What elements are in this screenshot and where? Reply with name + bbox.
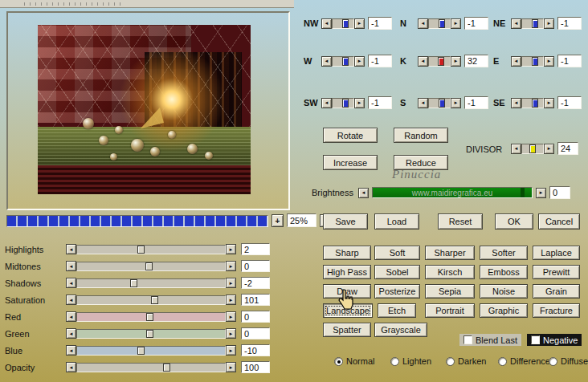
kernel-value[interactable]: -1	[557, 17, 582, 30]
arrow-left-icon[interactable]: ◄	[66, 261, 76, 271]
slider-value[interactable]: -10	[241, 344, 270, 356]
kernel-slider-track[interactable]	[521, 56, 544, 67]
slider-thumb[interactable]	[151, 296, 158, 304]
zoom-in-button[interactable]: +	[272, 214, 284, 227]
arrow-right-icon[interactable]: ►	[226, 328, 236, 339]
arrow-left-icon[interactable]: ◄	[418, 56, 428, 67]
filter-button-sobel[interactable]: Sobel	[374, 265, 420, 279]
kernel-slider-track[interactable]	[521, 18, 544, 29]
blend-last-checkbox[interactable]	[463, 335, 472, 344]
kernel-slider-thumb[interactable]	[532, 57, 538, 66]
kernel-value[interactable]: -1	[368, 55, 392, 67]
kernel-slider-track[interactable]	[428, 56, 451, 67]
kernel-slider-thumb[interactable]	[439, 19, 445, 28]
divisor-slider-thumb[interactable]	[529, 144, 536, 153]
cancel-button[interactable]: Cancel	[538, 213, 580, 230]
negative-toggle[interactable]: Negative	[527, 334, 582, 346]
kernel-slider-track[interactable]	[332, 98, 354, 108]
random-button[interactable]: Random	[394, 128, 448, 143]
kernel-value[interactable]: -1	[557, 55, 582, 67]
slider-value[interactable]: 2	[241, 243, 270, 255]
arrow-left-icon[interactable]: ◄	[66, 345, 76, 356]
filter-button-sepia[interactable]: Sepia	[425, 284, 475, 299]
brightness-value[interactable]: 0	[549, 186, 570, 199]
load-button[interactable]: Load	[374, 213, 419, 230]
arrow-left-icon[interactable]: ◄	[66, 278, 76, 288]
arrow-left-icon[interactable]: ◄	[321, 98, 332, 108]
filter-button-graphic[interactable]: Graphic	[480, 303, 528, 318]
blend-last-toggle[interactable]: Blend Last	[459, 334, 521, 346]
arrow-left-icon[interactable]: ◄	[511, 56, 521, 67]
arrow-right-icon[interactable]: ►	[226, 362, 236, 372]
slider-thumb[interactable]	[137, 246, 145, 254]
arrow-left-icon[interactable]: ◄	[511, 98, 521, 108]
filter-button-noise[interactable]: Noise	[480, 284, 528, 299]
slider-thumb[interactable]	[137, 347, 145, 355]
kernel-slider-track[interactable]	[428, 98, 451, 108]
slider-thumb[interactable]	[146, 330, 153, 338]
kernel-value[interactable]: -1	[368, 96, 392, 109]
arrow-left-icon[interactable]: ◄	[66, 311, 76, 322]
kernel-slider-track[interactable]	[332, 56, 354, 67]
arrow-right-icon[interactable]: ►	[451, 56, 461, 67]
arrow-left-icon[interactable]: ◄	[321, 56, 332, 67]
kernel-value[interactable]: 32	[464, 55, 488, 67]
slider-track[interactable]	[76, 312, 226, 322]
slider-thumb[interactable]	[163, 364, 170, 372]
blend-mode-darken[interactable]: Darken	[446, 356, 486, 366]
filter-button-soft[interactable]: Soft	[374, 246, 420, 260]
filter-button-kirsch[interactable]: Kirsch	[425, 265, 475, 279]
filter-button-posterize[interactable]: Posterize	[374, 284, 420, 299]
slider-value[interactable]: 0	[241, 311, 270, 323]
arrow-right-icon[interactable]: ►	[226, 295, 236, 305]
rotate-button[interactable]: Rotate	[323, 128, 378, 143]
save-button[interactable]: Save	[323, 213, 368, 230]
arrow-right-icon[interactable]: ►	[536, 188, 546, 198]
slider-value[interactable]: -2	[241, 277, 270, 289]
filter-button-landscape[interactable]: Landscape	[323, 303, 373, 318]
slider-track[interactable]	[76, 329, 226, 339]
kernel-slider-thumb[interactable]	[439, 99, 445, 108]
negative-checkbox[interactable]	[531, 335, 540, 344]
kernel-slider-thumb[interactable]	[532, 99, 538, 108]
slider-track[interactable]	[76, 262, 226, 271]
blend-mode-normal[interactable]: Normal	[334, 356, 374, 366]
slider-track[interactable]	[76, 278, 226, 288]
arrow-right-icon[interactable]: ►	[451, 18, 461, 29]
slider-thumb[interactable]	[146, 313, 153, 321]
arrow-right-icon[interactable]: ►	[354, 98, 365, 108]
reset-button[interactable]: Reset	[438, 213, 483, 230]
arrow-right-icon[interactable]: ►	[354, 18, 365, 29]
arrow-right-icon[interactable]: ►	[354, 56, 365, 67]
filter-button-spatter[interactable]: Spatter	[323, 323, 371, 337]
filter-button-portrait[interactable]: Portrait	[425, 303, 475, 318]
blend-mode-diffuse[interactable]: Diffuse	[549, 356, 588, 366]
filter-button-etch[interactable]: Etch	[378, 303, 416, 318]
kernel-slider-thumb[interactable]	[342, 99, 349, 108]
slider-thumb[interactable]	[130, 279, 137, 287]
filter-button-sharper[interactable]: Sharper	[425, 246, 475, 260]
filter-button-softer[interactable]: Softer	[480, 246, 528, 260]
slider-track[interactable]	[76, 363, 226, 372]
kernel-slider-track[interactable]	[332, 18, 354, 29]
arrow-left-icon[interactable]: ◄	[66, 362, 76, 372]
arrow-left-icon[interactable]: ◄	[511, 18, 521, 29]
filter-button-draw[interactable]: Draw	[323, 284, 371, 299]
arrow-right-icon[interactable]: ►	[226, 345, 236, 356]
radio-icon[interactable]	[446, 357, 455, 366]
radio-icon[interactable]	[334, 357, 343, 366]
kernel-value[interactable]: -1	[464, 96, 488, 109]
arrow-right-icon[interactable]: ►	[544, 144, 554, 154]
kernel-value[interactable]: -1	[464, 17, 488, 30]
arrow-right-icon[interactable]: ►	[544, 98, 554, 108]
kernel-value[interactable]: -1	[557, 96, 582, 109]
slider-value[interactable]: 0	[241, 260, 270, 272]
kernel-slider-thumb[interactable]	[342, 19, 349, 28]
kernel-slider-thumb[interactable]	[438, 57, 444, 66]
filter-button-grain[interactable]: Grain	[533, 284, 580, 299]
ok-button[interactable]: OK	[495, 213, 533, 230]
radio-icon[interactable]	[390, 357, 399, 366]
blend-mode-lighten[interactable]: Lighten	[390, 356, 431, 366]
arrow-left-icon[interactable]: ◄	[66, 328, 76, 339]
arrow-left-icon[interactable]: ◄	[358, 188, 369, 198]
